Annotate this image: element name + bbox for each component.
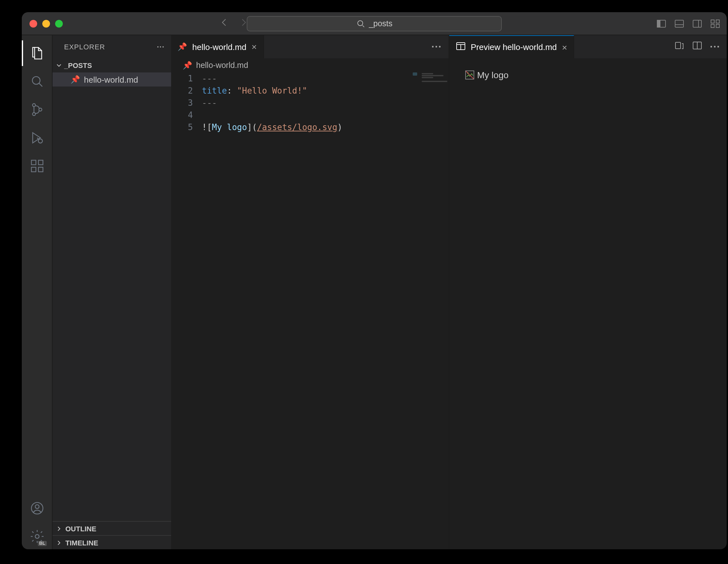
preview-icon	[455, 41, 466, 53]
svg-point-19	[35, 505, 39, 509]
split-editor-icon[interactable]	[692, 40, 702, 53]
tab-hello-world[interactable]: 📌 hello-world.md ×	[171, 35, 264, 58]
svg-rect-15	[31, 167, 36, 172]
editor-more-icon[interactable]: ···	[710, 41, 720, 53]
svg-rect-8	[716, 24, 719, 27]
window-maximize-button[interactable]	[55, 20, 63, 27]
nav-back-button[interactable]	[219, 17, 229, 30]
svg-point-11	[32, 112, 35, 115]
svg-rect-14	[31, 160, 36, 165]
window-close-button[interactable]	[29, 20, 37, 27]
svg-rect-4	[693, 20, 701, 27]
show-source-icon[interactable]	[674, 40, 684, 53]
nav-arrows	[219, 17, 249, 30]
editor-more-icon[interactable]: ···	[431, 41, 442, 53]
timeline-label: TIMELINE	[65, 539, 98, 546]
tab-bar-left: 📌 hello-world.md × ···	[171, 35, 448, 58]
layout-controls	[656, 18, 720, 29]
svg-rect-17	[38, 160, 43, 165]
settings-badge: BL	[38, 541, 46, 546]
editor-pane-source: 📌 hello-world.md × ··· 📌 hello-world.md …	[171, 35, 449, 549]
activity-extensions[interactable]	[22, 153, 52, 179]
toggle-panel-icon[interactable]	[674, 18, 684, 29]
chevron-right-icon	[55, 539, 63, 546]
tab-label: Preview hello-world.md	[471, 42, 557, 52]
outline-section[interactable]: OUTLINE	[53, 521, 171, 535]
folder-name: _POSTS	[64, 62, 92, 69]
code-content[interactable]: ---title: "Hello World!"--- ![My logo](/…	[202, 72, 448, 549]
file-name: hello-world.md	[84, 75, 138, 84]
svg-point-13	[38, 139, 42, 143]
timeline-section[interactable]: TIMELINE	[53, 535, 171, 549]
activity-source-control[interactable]	[22, 97, 52, 122]
editor-area: 📌 hello-world.md × ··· 📌 hello-world.md …	[171, 35, 727, 549]
close-icon[interactable]: ×	[252, 42, 257, 51]
window-minimize-button[interactable]	[42, 20, 50, 27]
markdown-file-icon: 📌	[183, 61, 192, 70]
breadcrumb-file: hello-world.md	[196, 61, 248, 70]
outline-label: OUTLINE	[65, 525, 96, 532]
chevron-right-icon	[55, 525, 63, 532]
svg-rect-5	[711, 20, 714, 23]
vscode-window: _posts	[22, 12, 727, 549]
svg-rect-2	[657, 20, 660, 27]
markdown-preview[interactable]: My logo	[449, 58, 727, 549]
search-icon	[356, 19, 365, 28]
activity-run-debug[interactable]	[22, 125, 52, 151]
svg-point-9	[32, 77, 40, 84]
customize-layout-icon[interactable]	[710, 18, 720, 29]
broken-image-alt: My logo	[477, 70, 509, 80]
toggle-primary-sidebar-icon[interactable]	[656, 18, 666, 29]
file-row[interactable]: 📌 hello-world.md	[53, 72, 171, 87]
chevron-down-icon	[55, 62, 63, 69]
tab-preview[interactable]: Preview hello-world.md ×	[449, 35, 574, 58]
activity-settings[interactable]: BL	[22, 524, 52, 549]
tab-bar-right: Preview hello-world.md × ···	[449, 35, 727, 58]
minimap[interactable]	[410, 72, 448, 85]
markdown-file-icon: 📌	[70, 75, 80, 84]
svg-rect-7	[711, 24, 714, 27]
command-center-search[interactable]: _posts	[247, 16, 502, 31]
breadcrumb[interactable]: 📌 hello-world.md	[171, 58, 448, 72]
explorer-more-icon[interactable]: ···	[157, 43, 165, 51]
broken-image-icon	[464, 70, 475, 80]
svg-rect-3	[675, 20, 683, 27]
explorer-title: EXPLORER	[64, 43, 105, 51]
activity-search[interactable]	[22, 69, 52, 94]
activity-accounts[interactable]	[22, 495, 52, 521]
svg-point-0	[358, 20, 363, 25]
search-text: _posts	[369, 19, 393, 28]
editor-pane-preview: Preview hello-world.md × ···	[449, 35, 727, 549]
svg-rect-22	[675, 42, 680, 49]
window-controls	[29, 20, 63, 27]
title-bar: _posts	[22, 12, 727, 35]
close-icon[interactable]: ×	[562, 43, 567, 52]
tab-label: hello-world.md	[192, 42, 246, 52]
explorer-sidebar: EXPLORER ··· _POSTS 📌 hello-world.md OUT…	[53, 35, 171, 549]
broken-image: My logo	[464, 70, 509, 80]
markdown-file-icon: 📌	[178, 42, 187, 51]
svg-rect-16	[38, 167, 43, 172]
activity-bar: BL	[22, 35, 53, 549]
svg-point-10	[32, 104, 35, 106]
activity-explorer[interactable]	[22, 40, 52, 66]
folder-header[interactable]: _POSTS	[53, 58, 171, 72]
svg-rect-6	[716, 20, 719, 23]
toggle-secondary-sidebar-icon[interactable]	[692, 18, 702, 29]
line-number-gutter: 12345	[171, 72, 202, 549]
svg-point-20	[35, 535, 39, 538]
code-editor[interactable]: 12345 ---title: "Hello World!"--- ![My l…	[171, 72, 448, 549]
